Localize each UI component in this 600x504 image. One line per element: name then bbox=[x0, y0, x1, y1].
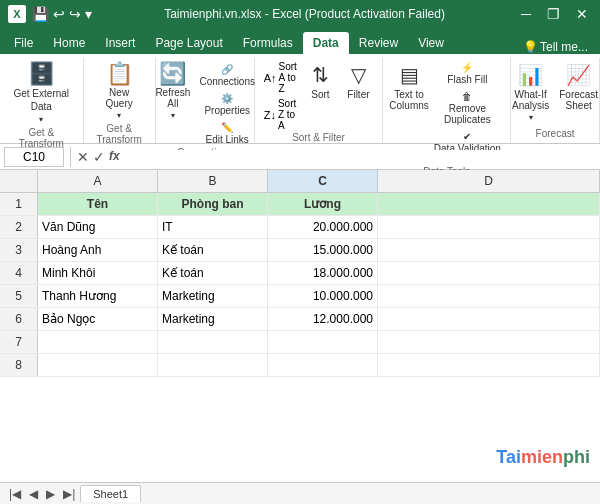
cell-b6[interactable]: Marketing bbox=[158, 308, 268, 330]
confirm-formula-icon[interactable]: ✓ bbox=[93, 149, 105, 165]
get-external-data-button[interactable]: 🗄️ Get External Data ▾ bbox=[6, 60, 77, 127]
row-num-2[interactable]: 2 bbox=[0, 216, 38, 238]
remove-duplicates-button[interactable]: 🗑 Remove Duplicates bbox=[431, 89, 504, 127]
group-new-query-items: 📋 NewQuery ▾ bbox=[101, 60, 137, 123]
cell-a7[interactable] bbox=[38, 331, 158, 353]
cell-b1[interactable]: Phòng ban bbox=[158, 193, 268, 215]
undo-icon[interactable]: ↩ bbox=[53, 6, 65, 22]
save-icon[interactable]: 💾 bbox=[32, 6, 49, 22]
tab-home[interactable]: Home bbox=[43, 32, 95, 54]
restore-btn[interactable]: ❐ bbox=[543, 6, 564, 22]
customize-icon[interactable]: ▾ bbox=[85, 6, 92, 22]
cell-b2[interactable]: IT bbox=[158, 216, 268, 238]
cell-a3[interactable]: Hoàng Anh bbox=[38, 239, 158, 261]
row-num-1[interactable]: 1 bbox=[0, 193, 38, 215]
sheet-tab-1[interactable]: Sheet1 bbox=[80, 485, 141, 502]
properties-icon: ⚙️ bbox=[221, 93, 233, 104]
filter-button[interactable]: ▽ Filter bbox=[340, 60, 376, 103]
cell-c8[interactable] bbox=[268, 354, 378, 376]
sort-button[interactable]: ⇅ Sort bbox=[302, 60, 338, 103]
ribbon-group-get-external: 🗄️ Get External Data ▾ Get & Transform bbox=[0, 58, 84, 143]
insert-function-icon[interactable]: fx bbox=[109, 149, 120, 165]
cell-b4[interactable]: Kế toán bbox=[158, 262, 268, 284]
what-if-arrow: ▾ bbox=[529, 113, 533, 122]
cell-a6[interactable]: Bảo Ngọc bbox=[38, 308, 158, 330]
row-num-6[interactable]: 6 bbox=[0, 308, 38, 330]
cancel-formula-icon[interactable]: ✕ bbox=[77, 149, 89, 165]
spreadsheet: A B C D 1 Tên Phòng ban Lương 2 Văn Dũng… bbox=[0, 170, 600, 377]
col-header-c[interactable]: C bbox=[268, 170, 378, 192]
col-header-b[interactable]: B bbox=[158, 170, 268, 192]
tab-formulas[interactable]: Formulas bbox=[233, 32, 303, 54]
cell-a5[interactable]: Thanh Hương bbox=[38, 285, 158, 307]
refresh-arrow: ▾ bbox=[171, 111, 175, 120]
cell-c6[interactable]: 12.000.000 bbox=[268, 308, 378, 330]
tab-insert[interactable]: Insert bbox=[95, 32, 145, 54]
row-num-8[interactable]: 8 bbox=[0, 354, 38, 376]
flash-fill-button[interactable]: ⚡ Flash Fill bbox=[431, 60, 504, 87]
cell-d1[interactable] bbox=[378, 193, 600, 215]
forecast-icon: 📈 bbox=[566, 63, 591, 87]
refresh-all-button[interactable]: 🔄 RefreshAll ▾ bbox=[151, 60, 194, 123]
edit-links-icon: ✏️ bbox=[221, 122, 233, 133]
cell-c4[interactable]: 18.000.000 bbox=[268, 262, 378, 284]
sort-za-button[interactable]: Z↓ Sort Z to A bbox=[261, 97, 301, 132]
tab-review[interactable]: Review bbox=[349, 32, 408, 54]
row-num-5[interactable]: 5 bbox=[0, 285, 38, 307]
row-num-3[interactable]: 3 bbox=[0, 239, 38, 261]
edit-links-button[interactable]: ✏️ Edit Links bbox=[196, 120, 258, 147]
tell-me-box[interactable]: 💡 Tell me... bbox=[523, 40, 596, 54]
cell-c3[interactable]: 15.000.000 bbox=[268, 239, 378, 261]
row-num-4[interactable]: 4 bbox=[0, 262, 38, 284]
cell-d5[interactable] bbox=[378, 285, 600, 307]
cell-reference-box[interactable] bbox=[4, 147, 64, 167]
cell-d7[interactable] bbox=[378, 331, 600, 353]
cell-b3[interactable]: Kế toán bbox=[158, 239, 268, 261]
sort-filter-label: Sort & Filter bbox=[292, 132, 345, 145]
cell-b7[interactable] bbox=[158, 331, 268, 353]
cell-c7[interactable] bbox=[268, 331, 378, 353]
new-query-button[interactable]: 📋 NewQuery ▾ bbox=[101, 60, 137, 123]
forecast-sheet-button[interactable]: 📈 ForecastSheet bbox=[555, 60, 600, 114]
sheet-nav-first[interactable]: |◀ bbox=[6, 487, 24, 501]
close-btn[interactable]: ✕ bbox=[572, 6, 592, 22]
cell-a4[interactable]: Minh Khôi bbox=[38, 262, 158, 284]
col-header-a[interactable]: A bbox=[38, 170, 158, 192]
cell-b8[interactable] bbox=[158, 354, 268, 376]
cell-a8[interactable] bbox=[38, 354, 158, 376]
cell-d8[interactable] bbox=[378, 354, 600, 376]
new-query-arrow: ▾ bbox=[117, 111, 121, 120]
properties-button[interactable]: ⚙️ Properties bbox=[196, 91, 258, 118]
cell-d6[interactable] bbox=[378, 308, 600, 330]
ribbon-group-new-query: 📋 NewQuery ▾ Get & Transform bbox=[84, 58, 156, 143]
cell-c2[interactable]: 20.000.000 bbox=[268, 216, 378, 238]
col-header-d[interactable]: D bbox=[378, 170, 600, 192]
sheet-nav-prev[interactable]: ◀ bbox=[26, 487, 41, 501]
watermark-phi: phi bbox=[563, 447, 590, 467]
redo-icon[interactable]: ↪ bbox=[69, 6, 81, 22]
table-row: 7 bbox=[0, 331, 600, 354]
get-external-icon: 🗄️ bbox=[28, 63, 55, 85]
tab-view[interactable]: View bbox=[408, 32, 454, 54]
cell-c5[interactable]: 10.000.000 bbox=[268, 285, 378, 307]
cell-d4[interactable] bbox=[378, 262, 600, 284]
row-num-7[interactable]: 7 bbox=[0, 331, 38, 353]
cell-a2[interactable]: Văn Dũng bbox=[38, 216, 158, 238]
sort-az-button[interactable]: A↑ Sort A to Z bbox=[261, 60, 301, 95]
minimize-btn[interactable]: ─ bbox=[517, 6, 535, 22]
tab-file[interactable]: File bbox=[4, 32, 43, 54]
tab-page-layout[interactable]: Page Layout bbox=[145, 32, 232, 54]
connections-button[interactable]: 🔗 Connections bbox=[196, 62, 258, 89]
text-to-columns-button[interactable]: ▤ Text toColumns bbox=[389, 60, 428, 114]
sheet-nav-next[interactable]: ▶ bbox=[43, 487, 58, 501]
cell-c1[interactable]: Lương bbox=[268, 193, 378, 215]
tab-data[interactable]: Data bbox=[303, 32, 349, 54]
cell-a1[interactable]: Tên bbox=[38, 193, 158, 215]
formula-input[interactable] bbox=[124, 150, 596, 164]
cell-d3[interactable] bbox=[378, 239, 600, 261]
what-if-analysis-button[interactable]: 📊 What-IfAnalysis ▾ bbox=[508, 60, 553, 125]
cell-d2[interactable] bbox=[378, 216, 600, 238]
sheet-nav-last[interactable]: ▶| bbox=[60, 487, 78, 501]
table-row: 6 Bảo Ngọc Marketing 12.000.000 bbox=[0, 308, 600, 331]
cell-b5[interactable]: Marketing bbox=[158, 285, 268, 307]
